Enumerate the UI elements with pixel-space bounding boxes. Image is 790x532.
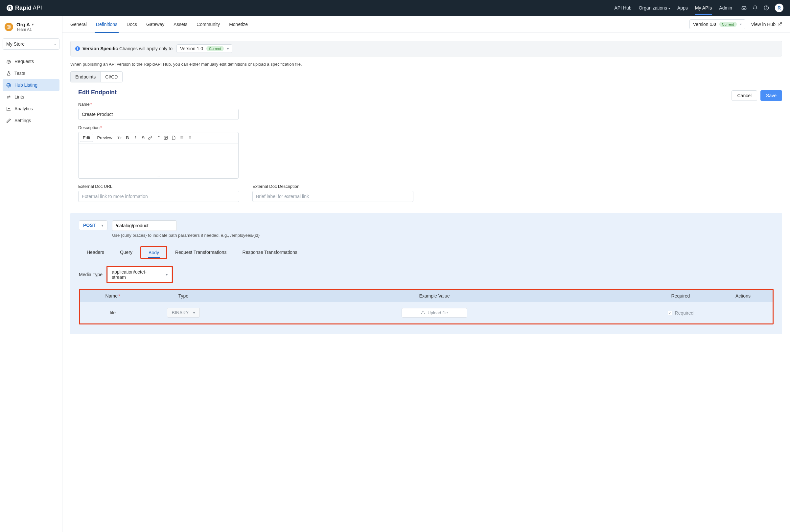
endpoint-panel: POST ▾ Use {curly braces} to indicate pa… — [70, 213, 782, 334]
tab-docs[interactable]: Docs — [127, 16, 137, 33]
current-badge: Current — [206, 46, 224, 51]
brand-name: Rapid — [15, 5, 32, 12]
svg-point-12 — [180, 137, 180, 137]
highlight-body-table: Name* Type Example Value Required Action… — [79, 289, 774, 324]
svg-point-6 — [7, 97, 8, 98]
sidebar-item-label: Analytics — [15, 106, 33, 111]
nav-apps[interactable]: Apps — [677, 1, 688, 15]
tab-gateway[interactable]: Gateway — [146, 16, 164, 33]
help-icon[interactable] — [764, 5, 769, 11]
svg-point-14 — [180, 138, 180, 139]
method-select[interactable]: POST ▾ — [79, 220, 108, 230]
quote-icon[interactable]: " — [156, 135, 162, 140]
view-in-hub-link[interactable]: View in Hub — [751, 22, 782, 27]
sidebar-item-tests[interactable]: Tests — [3, 67, 59, 79]
current-badge: Current — [719, 22, 737, 27]
version-banner: i Version Specific Changes will apply on… — [70, 41, 782, 56]
media-type-select[interactable]: application/octet-stream ▾ — [108, 267, 172, 282]
tab-general[interactable]: General — [70, 16, 87, 33]
banner-version-select[interactable]: Version 1.0 Current ▾ — [177, 44, 232, 53]
image-icon[interactable] — [164, 136, 170, 140]
numbered-list-icon[interactable] — [187, 136, 194, 140]
upload-file-button[interactable]: Upload file — [402, 308, 467, 318]
type-select[interactable]: BINARY ▾ — [167, 308, 200, 318]
tab-monetize[interactable]: Monetize — [229, 16, 248, 33]
link-icon[interactable] — [148, 136, 154, 140]
save-button[interactable]: Save — [760, 90, 782, 101]
chevron-down-icon: ▾ — [740, 22, 742, 26]
file-icon[interactable] — [171, 136, 178, 140]
bell-icon[interactable] — [753, 5, 758, 11]
param-tab-body[interactable]: Body — [141, 247, 166, 258]
name-input[interactable] — [78, 109, 239, 120]
ext-url-label: External Doc URL — [78, 184, 239, 189]
ext-url-input[interactable] — [78, 191, 239, 202]
top-bar: R RapidAPI API Hub Organizations▾ Apps M… — [0, 0, 790, 16]
pilltab-cicd[interactable]: CI/CD — [100, 72, 122, 82]
col-actions: Actions — [713, 293, 773, 299]
brand[interactable]: R RapidAPI — [6, 5, 42, 12]
path-input[interactable] — [112, 220, 177, 231]
chevron-down-icon: ▾ — [166, 273, 168, 277]
col-name: Name — [106, 293, 118, 299]
ext-desc-label: External Doc Description — [252, 184, 414, 189]
nav-my-apis[interactable]: My APIs — [695, 1, 712, 15]
sidebar-item-lints[interactable]: Lints — [3, 91, 59, 103]
sidebar: Org A ▾ Team A1 My Store ▾ Requests Test… — [0, 16, 62, 532]
nav-api-hub[interactable]: API Hub — [614, 1, 631, 15]
description-textarea[interactable] — [78, 144, 238, 173]
media-type-label: Media Type — [79, 272, 103, 277]
tab-definitions[interactable]: Definitions — [96, 16, 117, 33]
type-value: BINARY — [172, 310, 189, 315]
body-table-header: Name* Type Example Value Required Action… — [80, 290, 773, 302]
rte-resize-handle[interactable]: … — [78, 173, 238, 178]
param-tab-request-transformations[interactable]: Request Transformations — [167, 246, 234, 259]
publish-hint: When publishing an API version to the Ra… — [70, 62, 782, 66]
chart-icon — [6, 107, 11, 111]
description-editor: Edit Preview TT B I S " — [78, 132, 239, 179]
text-size-icon[interactable]: TT — [116, 135, 123, 140]
pilltab-endpoints[interactable]: Endpoints — [71, 72, 100, 82]
sidebar-item-settings[interactable]: Settings — [3, 115, 59, 127]
inbox-icon[interactable] — [741, 5, 747, 11]
method-value: POST — [83, 223, 96, 228]
nav-admin[interactable]: Admin — [719, 1, 732, 15]
sidebar-item-hub-listing[interactable]: Hub Listing — [3, 79, 59, 91]
param-tab-response-transformations[interactable]: Response Transformations — [234, 246, 305, 259]
row-name: file — [80, 310, 146, 315]
chevron-down-icon: ▾ — [227, 47, 229, 51]
required-asterisk: * — [100, 125, 102, 130]
info-icon: i — [75, 46, 80, 51]
ext-desc-input[interactable] — [252, 191, 414, 202]
brand-suffix: API — [33, 5, 42, 11]
org-switcher[interactable]: Org A ▾ Team A1 — [0, 22, 62, 36]
sidebar-item-analytics[interactable]: Analytics — [3, 103, 59, 115]
col-example: Example Value — [221, 293, 648, 299]
param-tab-query[interactable]: Query — [112, 246, 140, 259]
upload-icon — [421, 311, 425, 315]
param-tab-headers[interactable]: Headers — [79, 246, 112, 259]
definition-mode-tabs: Endpoints CI/CD — [70, 71, 123, 82]
chevron-down-icon: ▾ — [102, 224, 103, 227]
italic-icon[interactable]: I — [132, 135, 139, 140]
body-table-row: file BINARY ▾ Upload file — [80, 302, 773, 323]
name-label: Name — [78, 102, 90, 107]
store-select[interactable]: My Store ▾ — [3, 38, 59, 50]
sidebar-item-label: Requests — [15, 59, 34, 64]
main: General Definitions Docs Gateway Assets … — [62, 16, 790, 532]
bullet-list-icon[interactable] — [180, 136, 186, 140]
rte-preview-button[interactable]: Preview — [94, 134, 115, 141]
bold-icon[interactable]: B — [124, 135, 131, 140]
rte-edit-button[interactable]: Edit — [80, 134, 93, 142]
sidebar-item-requests[interactable]: Requests — [3, 56, 59, 67]
nav-organizations[interactable]: Organizations▾ — [639, 1, 670, 15]
version-select[interactable]: Version 1.0 Current ▾ — [690, 19, 745, 29]
strikethrough-icon[interactable]: S — [140, 135, 147, 140]
tab-community[interactable]: Community — [197, 16, 220, 33]
avatar[interactable]: R — [775, 4, 784, 12]
required-checkbox[interactable]: ✓ — [668, 311, 672, 315]
tab-assets[interactable]: Assets — [173, 16, 187, 33]
cancel-button[interactable]: Cancel — [732, 90, 757, 101]
banner-strong: Version Specific — [82, 46, 118, 51]
store-label: My Store — [6, 41, 25, 46]
